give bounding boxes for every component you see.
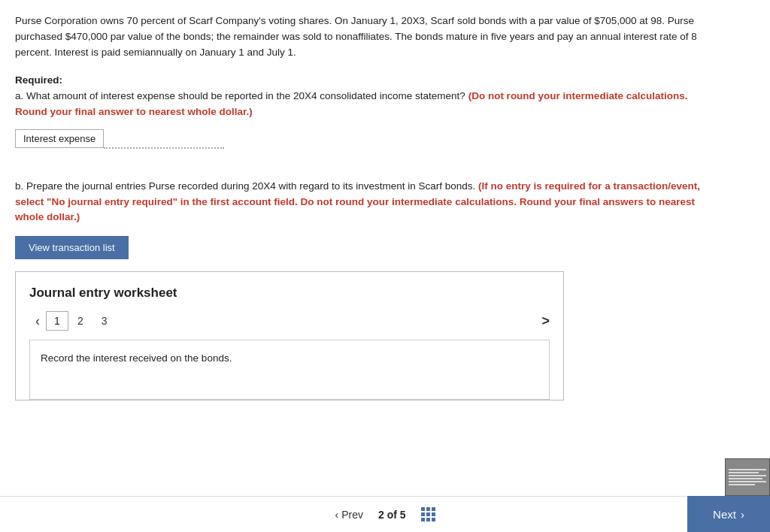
interest-expense-input[interactable] bbox=[104, 129, 224, 149]
required-label: Required: bbox=[15, 74, 722, 86]
grid-dot-9 bbox=[432, 518, 435, 521]
thumbnail-preview bbox=[725, 458, 770, 496]
grid-dot-5 bbox=[426, 512, 430, 516]
interest-expense-label: Interest expense bbox=[15, 129, 104, 148]
thumb-line-6 bbox=[729, 484, 755, 485]
journal-next-arrow[interactable]: > bbox=[541, 313, 550, 329]
grid-dot-3 bbox=[432, 507, 435, 511]
intro-paragraph: Purse Corporation owns 70 percent of Sca… bbox=[15, 14, 722, 61]
grid-menu-icon[interactable] bbox=[421, 507, 435, 521]
journal-page-1[interactable]: 1 bbox=[46, 311, 68, 331]
grid-dot-1 bbox=[421, 507, 425, 511]
grid-dot-6 bbox=[432, 512, 435, 516]
journal-entry-worksheet: Journal entry worksheet ‹ 1 2 3 > Record… bbox=[15, 271, 564, 401]
bottom-navigation: ‹ Prev 2 of 5 Next › bbox=[0, 496, 770, 532]
question-b-start: b. Prepare the journal entries Purse rec… bbox=[15, 180, 475, 192]
question-b-text: b. Prepare the journal entries Purse rec… bbox=[15, 179, 722, 226]
page-info: 2 of 5 bbox=[369, 509, 415, 521]
view-transaction-list-button[interactable]: View transaction list bbox=[15, 236, 129, 259]
journal-page-2[interactable]: 2 bbox=[68, 312, 92, 330]
prev-button[interactable]: ‹ Prev bbox=[329, 509, 368, 521]
question-a-text: a. What amount of interest expense shoul… bbox=[15, 89, 722, 120]
thumb-line-1 bbox=[729, 469, 766, 470]
interest-expense-row: Interest expense bbox=[15, 129, 722, 149]
thumb-line-2 bbox=[729, 472, 759, 473]
journal-prev-arrow[interactable]: ‹ bbox=[29, 314, 46, 328]
journal-entry-text: Record the interest received on the bond… bbox=[41, 352, 232, 364]
thumb-line-5 bbox=[729, 481, 766, 482]
next-label: Next bbox=[713, 508, 736, 521]
next-arrow-icon: › bbox=[741, 508, 744, 521]
current-page: 2 bbox=[378, 509, 384, 521]
journal-title: Journal entry worksheet bbox=[29, 286, 550, 301]
main-content: Purse Corporation owns 70 percent of Sca… bbox=[0, 0, 737, 461]
total-pages: 5 bbox=[400, 509, 406, 521]
prev-arrow-icon: ‹ bbox=[335, 509, 338, 521]
prev-label: Prev bbox=[341, 509, 363, 521]
thumb-line-3 bbox=[729, 475, 766, 476]
grid-dot-2 bbox=[426, 507, 430, 511]
of-text: of bbox=[387, 509, 400, 521]
journal-page-3[interactable]: 3 bbox=[92, 312, 117, 330]
grid-dot-8 bbox=[426, 518, 430, 521]
grid-dot-7 bbox=[421, 518, 425, 521]
question-a-start: a. What amount of interest expense shoul… bbox=[15, 90, 465, 101]
journal-entry-box: Record the interest received on the bond… bbox=[29, 340, 550, 400]
journal-navigation: ‹ 1 2 3 > bbox=[29, 311, 550, 331]
next-button[interactable]: Next › bbox=[687, 496, 770, 532]
thumb-line-4 bbox=[729, 478, 762, 479]
grid-dot-4 bbox=[421, 512, 425, 516]
